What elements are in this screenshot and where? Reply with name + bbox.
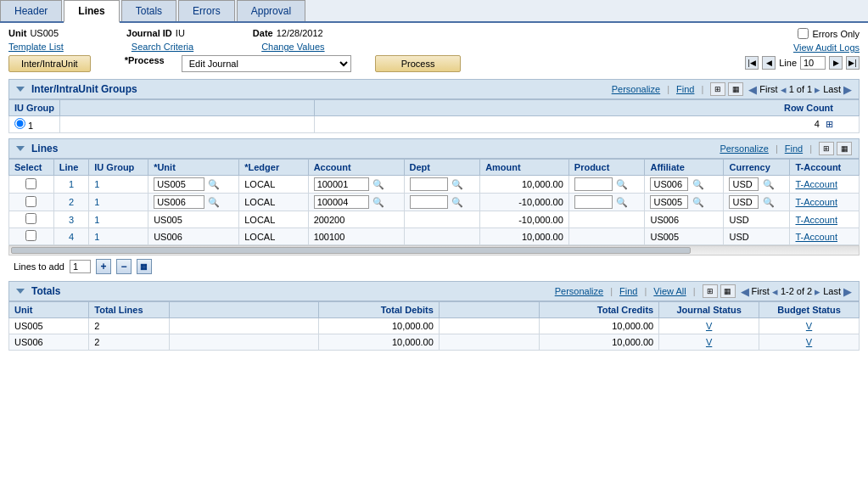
lines-title: Lines: [31, 143, 58, 154]
line-dept-input[interactable]: [410, 195, 448, 209]
change-values-link[interactable]: Change Values: [261, 42, 324, 52]
col-unit-header: *Unit: [148, 160, 239, 176]
iu-groups-find-link[interactable]: Find: [676, 84, 694, 94]
line-affiliate-search[interactable]: 🔍: [692, 179, 705, 190]
line-account-input[interactable]: [314, 177, 369, 191]
line-taccount-link[interactable]: T-Account: [795, 232, 837, 242]
line-unit-input[interactable]: [154, 177, 204, 191]
line-product-search[interactable]: 🔍: [615, 179, 629, 190]
totals-personalize-link[interactable]: Personalize: [555, 286, 603, 296]
lines-scrollbar[interactable]: [8, 245, 860, 256]
totals-next-arrow[interactable]: ▸: [815, 285, 820, 298]
line-select-checkbox[interactable]: [25, 230, 36, 241]
inter-intraunit-button[interactable]: Inter/IntraUnit: [8, 55, 91, 72]
totals-collapse-icon[interactable]: [16, 289, 25, 294]
line-last-btn[interactable]: ▶|: [846, 56, 860, 70]
line-currency-input[interactable]: [729, 177, 759, 191]
lines-add-row: Lines to add + − ▦: [8, 256, 860, 278]
line-taccount-link[interactable]: T-Account: [795, 197, 837, 207]
unit-field-group: Unit US005: [8, 28, 59, 38]
totals-prev-arrow[interactable]: ◂: [772, 285, 778, 298]
line-currency-search[interactable]: 🔍: [762, 179, 776, 190]
lines-grid-btn[interactable]: ▦: [137, 259, 152, 274]
tab-approval[interactable]: Approval: [237, 0, 305, 21]
iu-groups-page-nav: ◀ First ◂ 1 of 1 ▸ Last ▶: [748, 83, 852, 96]
line-account-search[interactable]: 🔍: [372, 197, 385, 208]
iu-groups-collapse-icon[interactable]: [16, 87, 25, 92]
tab-lines[interactable]: Lines: [64, 0, 119, 23]
date-label: Date: [253, 28, 273, 38]
iu-groups-last-arrow[interactable]: ▶: [843, 83, 852, 96]
lines-personalize-link[interactable]: Personalize: [720, 143, 768, 154]
totals-budget-status: V: [759, 334, 860, 351]
line-affiliate-search[interactable]: 🔍: [692, 197, 705, 208]
line-input[interactable]: [800, 56, 826, 70]
col-line-header: Line: [53, 160, 88, 176]
view-audit-logs-link[interactable]: View Audit Logs: [793, 42, 860, 53]
lines-wrapper: Lines Personalize | Find | ⊞ ▦ Select Li…: [8, 138, 860, 278]
totals-unit: US005: [9, 318, 89, 334]
iu-add-icon[interactable]: ⊞: [826, 119, 833, 129]
line-unit-search[interactable]: 🔍: [207, 197, 221, 208]
col-affiliate-header: Affiliate: [645, 160, 724, 176]
line-select-checkbox[interactable]: [25, 213, 36, 224]
totals-find-link[interactable]: Find: [619, 286, 637, 296]
iu-group-radio[interactable]: [14, 118, 25, 129]
totals-icon2[interactable]: ▦: [720, 284, 736, 298]
totals-first-arrow[interactable]: ◀: [741, 285, 749, 298]
tab-errors[interactable]: Errors: [178, 0, 235, 21]
iu-groups-icon1[interactable]: ⊞: [710, 82, 725, 96]
line-first-btn[interactable]: |◀: [745, 56, 759, 70]
line-dept-input[interactable]: [410, 177, 448, 191]
lines-remove-btn[interactable]: −: [116, 259, 132, 274]
line-dept-search[interactable]: 🔍: [451, 179, 464, 190]
errors-only-checkbox[interactable]: [798, 28, 809, 39]
line-affiliate-input[interactable]: [650, 195, 688, 209]
template-list-link[interactable]: Template List: [8, 42, 64, 52]
iu-groups-personalize-link[interactable]: Personalize: [612, 84, 660, 94]
iu-groups-icon2[interactable]: ▦: [728, 82, 743, 96]
totals-col-lines: Total Lines: [89, 302, 169, 318]
line-account-input[interactable]: [314, 195, 369, 209]
process-button[interactable]: Process: [375, 55, 462, 72]
line-product-search[interactable]: 🔍: [615, 197, 629, 208]
totals-icon1[interactable]: ⊞: [703, 284, 718, 298]
process-select[interactable]: Edit Journal: [182, 55, 351, 72]
line-currency-search[interactable]: 🔍: [762, 197, 776, 208]
line-select-checkbox[interactable]: [25, 178, 36, 189]
lines-add-btn[interactable]: +: [96, 259, 111, 274]
line-currency-input[interactable]: [729, 195, 759, 209]
lines-row: 2 1 🔍 LOCAL 🔍 🔍 -10,000.00 🔍 🔍 🔍: [9, 194, 860, 211]
line-affiliate-input[interactable]: [650, 177, 688, 191]
line-next-btn[interactable]: ▶: [829, 56, 843, 70]
lines-collapse-icon[interactable]: [16, 146, 25, 151]
lines-to-add-input[interactable]: [70, 260, 91, 273]
iu-groups-next-arrow[interactable]: ▸: [815, 83, 820, 96]
totals-col-bstatus: Budget Status: [759, 302, 860, 318]
line-taccount-link[interactable]: T-Account: [795, 179, 837, 189]
line-dept-search[interactable]: 🔍: [451, 197, 464, 208]
totals-row: US006 2 10,000.00 10,000.00 V V: [9, 334, 860, 351]
totals-col-debits: Total Debits: [319, 302, 439, 318]
line-account-search[interactable]: 🔍: [372, 179, 385, 190]
lines-icon2[interactable]: ▦: [837, 142, 852, 155]
totals-last-arrow[interactable]: ▶: [843, 285, 852, 298]
line-prev-btn[interactable]: ◀: [762, 56, 776, 70]
lines-scroll-thumb: [11, 247, 691, 254]
process-row: Inter/IntraUnit *Process Edit Journal Pr…: [8, 55, 742, 72]
iu-groups-first-arrow[interactable]: ◀: [748, 83, 757, 96]
lines-find-link[interactable]: Find: [785, 143, 803, 154]
tab-header[interactable]: Header: [0, 0, 62, 21]
line-product-input[interactable]: [574, 195, 613, 209]
line-taccount-link[interactable]: T-Account: [795, 215, 837, 225]
tab-totals[interactable]: Totals: [121, 0, 176, 21]
line-nav-row: |◀ ◀ Line ▶ ▶|: [745, 56, 860, 70]
iu-groups-prev-arrow[interactable]: ◂: [781, 83, 787, 96]
line-product-input[interactable]: [574, 177, 613, 191]
search-criteria-link[interactable]: Search Criteria: [132, 42, 193, 52]
line-unit-input[interactable]: [154, 195, 204, 209]
line-unit-search[interactable]: 🔍: [207, 179, 221, 190]
line-select-checkbox[interactable]: [25, 196, 36, 207]
totals-viewall-link[interactable]: View All: [653, 286, 686, 296]
lines-icon1[interactable]: ⊞: [819, 142, 834, 155]
